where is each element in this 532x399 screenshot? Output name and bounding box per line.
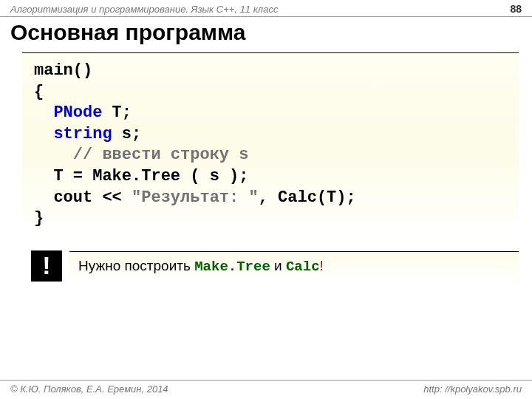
note-row: ! Нужно построить Make.Tree и Calc! (31, 250, 519, 282)
header-bar: Алгоритмизация и программирование. Язык … (0, 0, 532, 17)
note-text-1: Нужно построить (78, 258, 194, 273)
note-box: Нужно построить Make.Tree и Calc! (69, 251, 519, 281)
code-line-4b: s; (112, 125, 142, 143)
note-text-2: и (270, 258, 286, 273)
footer-copyright: © К.Ю. Поляков, Е.А. Еремин, 2014 (10, 383, 168, 395)
code-line-3b: T; (102, 103, 132, 122)
code-line-7c: , Calc(T); (259, 188, 356, 207)
note-code-2: Calc (286, 259, 320, 275)
note-code-1: Make.Tree (194, 259, 270, 275)
slide-title: Основная программа (0, 17, 532, 52)
note-exclam: ! (320, 258, 324, 273)
header-title: Алгоритмизация и программирование. Язык … (10, 4, 278, 15)
code-kw-string: string (34, 125, 112, 143)
code-comment: // ввести строку s (34, 146, 248, 164)
page-number: 88 (510, 3, 522, 15)
code-kw-pnode: PNode (34, 103, 102, 122)
code-line-7a: cout << (34, 188, 132, 207)
code-line-1: main() (34, 61, 92, 80)
code-string: "Результат: " (132, 188, 259, 207)
footer-bar: © К.Ю. Поляков, Е.А. Еремин, 2014 http: … (0, 380, 532, 399)
exclamation-badge: ! (31, 250, 62, 282)
code-block: main() { PNode T; string s; // ввести ст… (22, 52, 519, 240)
footer-url: http: //kpolyakov.spb.ru (423, 383, 522, 395)
code-line-8: } (34, 209, 44, 228)
code-line-2: { (34, 83, 44, 101)
code-line-6: T = Make.Tree ( s ); (34, 167, 248, 185)
